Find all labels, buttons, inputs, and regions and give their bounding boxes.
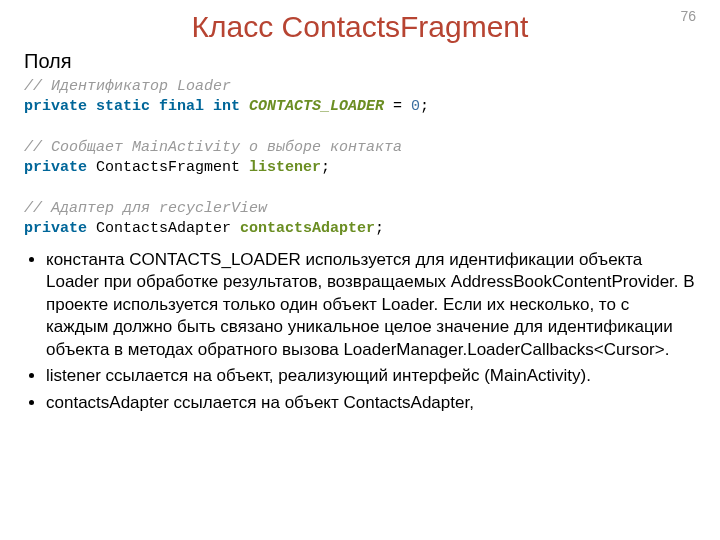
code-block: // Идентификатор Loader private static f…: [24, 77, 696, 239]
code-comment: // Адаптер для recyclerView: [24, 200, 267, 217]
code-operator: =: [384, 98, 411, 115]
code-type: ContactsFragment: [87, 159, 249, 176]
code-type: ContactsAdapter: [87, 220, 240, 237]
slide-title: Класс ContactsFragment: [24, 10, 696, 44]
code-punct: ;: [375, 220, 384, 237]
code-identifier: listener: [249, 159, 321, 176]
code-punct: ;: [420, 98, 429, 115]
code-keyword: private: [24, 220, 87, 237]
code-punct: ;: [321, 159, 330, 176]
page-number: 76: [680, 8, 696, 24]
bullet-list: константа CONTACTS_LOADER используется д…: [24, 249, 696, 414]
slide-subheading: Поля: [24, 50, 696, 73]
list-item: listener ссылается на объект, реализующи…: [46, 365, 696, 387]
code-comment: // Идентификатор Loader: [24, 78, 231, 95]
code-identifier: CONTACTS_LOADER: [240, 98, 384, 115]
code-keyword: private static final int: [24, 98, 240, 115]
list-item: константа CONTACTS_LOADER используется д…: [46, 249, 696, 361]
code-identifier: contactsAdapter: [240, 220, 375, 237]
code-comment: // Сообщает MainActivity о выборе контак…: [24, 139, 402, 156]
code-keyword: private: [24, 159, 87, 176]
list-item: contactsAdapter ссылается на объект Cont…: [46, 392, 696, 414]
slide: 76 Класс ContactsFragment Поля // Иденти…: [0, 0, 720, 540]
code-number: 0: [411, 98, 420, 115]
